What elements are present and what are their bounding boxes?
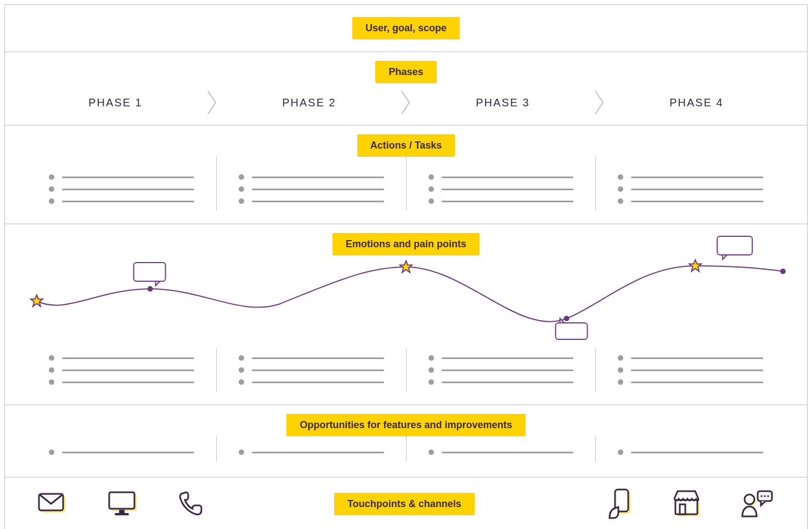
list-item — [239, 186, 384, 192]
opportunities-col-2 — [216, 436, 406, 462]
bullet-list — [49, 355, 194, 385]
list-item — [618, 367, 763, 373]
list-item — [239, 450, 384, 455]
label-user-goal-scope: User, goal, scope — [352, 17, 460, 39]
label-emotions: Emotions and pain points — [332, 233, 480, 255]
list-item — [49, 186, 194, 192]
actions-grid — [5, 157, 807, 211]
emotions-grid — [5, 349, 807, 391]
label-opportunities: Opportunities for features and improveme… — [286, 414, 525, 436]
storefront-icon — [672, 489, 703, 519]
list-item — [428, 379, 574, 385]
emotions-col-1 — [27, 349, 216, 391]
bullet-list — [49, 450, 194, 455]
section-emotions: Emotions and pain points — [5, 224, 807, 405]
svg-point-20 — [760, 495, 763, 497]
bullet-list — [428, 450, 574, 455]
list-item — [618, 198, 763, 204]
bullet-list — [239, 355, 384, 385]
list-item — [239, 198, 384, 204]
phase-column-1: PHASE 1 — [27, 96, 204, 109]
list-item — [428, 174, 574, 180]
svg-rect-11 — [115, 513, 129, 515]
list-item — [428, 450, 574, 455]
bullet-list — [618, 355, 763, 385]
list-item — [618, 379, 763, 385]
list-item — [49, 450, 194, 455]
phone-handset-icon — [177, 490, 202, 517]
bullet-list — [618, 174, 763, 204]
svg-point-21 — [764, 495, 766, 497]
bullet-list — [428, 174, 574, 204]
list-item — [49, 355, 194, 361]
label-touchpoints: Touchpoints & channels — [334, 493, 475, 515]
emotions-col-4 — [595, 349, 785, 391]
list-item — [49, 198, 194, 204]
opportunities-col-3 — [406, 436, 596, 462]
list-item — [239, 355, 384, 361]
list-item — [239, 174, 384, 180]
actions-col-2 — [216, 157, 406, 211]
svg-rect-10 — [119, 510, 125, 513]
list-item — [618, 174, 763, 180]
list-item — [239, 379, 384, 385]
label-actions-tasks: Actions / Tasks — [357, 134, 455, 157]
bullet-list — [239, 450, 384, 455]
section-actions-tasks: Actions / Tasks — [5, 125, 807, 224]
list-item — [49, 367, 194, 373]
opportunities-grid — [5, 436, 807, 462]
list-item — [428, 186, 574, 192]
svg-point-18 — [745, 494, 754, 504]
list-item — [428, 355, 574, 361]
list-item — [428, 367, 574, 373]
svg-rect-16 — [680, 504, 685, 514]
section-phases: Phases PHASE 1 PHASE 2 PHASE 3 PHASE 4 — [5, 52, 807, 125]
list-item — [428, 198, 574, 204]
bullet-list — [428, 355, 574, 385]
bullet-list — [49, 174, 194, 204]
chevron-right-icon — [204, 90, 221, 115]
list-item — [49, 379, 194, 385]
customer-journey-map: User, goal, scope Phases PHASE 1 PHASE 2… — [4, 4, 808, 529]
svg-point-22 — [767, 495, 769, 497]
person-chat-icon — [741, 489, 774, 519]
emotions-col-2 — [216, 349, 406, 391]
chevron-right-icon — [398, 90, 414, 115]
desktop-icon — [107, 490, 139, 517]
mail-icon — [38, 492, 69, 516]
svg-rect-9 — [109, 492, 134, 509]
list-item — [618, 355, 763, 361]
section-touchpoints: Touchpoints & channels — [5, 477, 807, 529]
smartphone-hand-icon — [606, 488, 634, 519]
emotions-col-3 — [406, 349, 596, 391]
bullet-list — [239, 174, 384, 204]
phase-column-2: PHASE 2 — [221, 96, 398, 109]
phase-column-3: PHASE 3 — [414, 96, 591, 109]
actions-col-3 — [406, 157, 596, 211]
section-user-goal-scope: User, goal, scope — [5, 5, 807, 52]
actions-col-1 — [27, 157, 216, 211]
opportunities-col-4 — [595, 436, 785, 462]
list-item — [618, 186, 763, 192]
bullet-list — [618, 450, 763, 455]
actions-col-4 — [595, 157, 785, 211]
list-item — [239, 367, 384, 373]
svg-rect-15 — [675, 500, 697, 514]
opportunities-col-1 — [27, 436, 216, 462]
list-item — [49, 174, 194, 180]
section-opportunities: Opportunities for features and improveme… — [5, 405, 807, 477]
phase-column-4: PHASE 4 — [608, 96, 785, 109]
list-item — [618, 450, 763, 455]
chevron-right-icon — [591, 90, 608, 115]
phases-row: PHASE 1 PHASE 2 PHASE 3 PHASE 4 — [5, 90, 807, 115]
label-phases: Phases — [375, 61, 436, 83]
